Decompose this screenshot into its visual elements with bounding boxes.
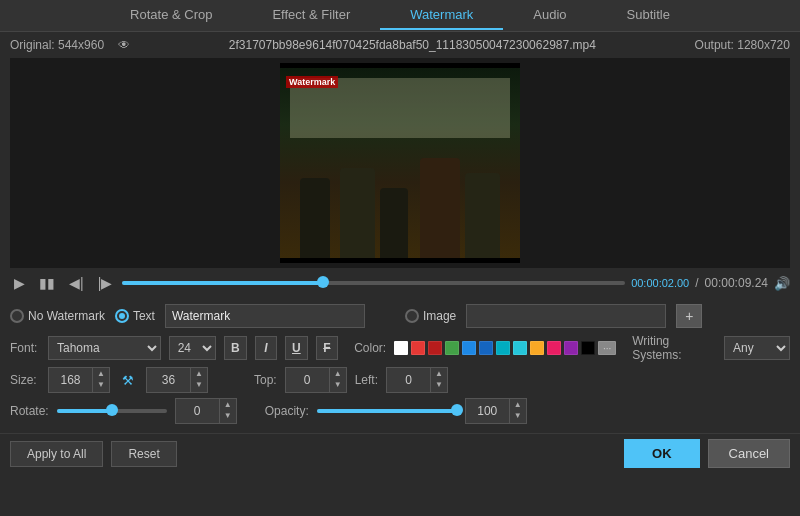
left-input-group: ▲ ▼ [386, 367, 448, 393]
rotate-slider-fill [57, 409, 112, 413]
opacity-label: Opacity: [265, 404, 309, 418]
swatch-cyan[interactable] [496, 341, 510, 355]
no-watermark-radio[interactable] [10, 309, 24, 323]
left-down[interactable]: ▼ [431, 379, 447, 390]
font-size-select[interactable]: 24 [169, 336, 216, 360]
rotate-up[interactable]: ▲ [220, 399, 236, 410]
watermark-text-input[interactable] [165, 304, 365, 328]
stop-button[interactable]: ▮▮ [35, 273, 59, 293]
timeline-track[interactable] [122, 281, 625, 285]
top-spinner: ▲ ▼ [330, 368, 346, 392]
width-down[interactable]: ▼ [93, 379, 109, 390]
volume-icon[interactable]: 🔊 [774, 276, 790, 291]
link-icon[interactable]: ⚒ [118, 373, 138, 388]
watermark-image-input[interactable] [466, 304, 666, 328]
reset-button[interactable]: Reset [111, 441, 176, 467]
cancel-button[interactable]: Cancel [708, 439, 790, 468]
font-family-select[interactable]: Tahoma [48, 336, 161, 360]
bold-button[interactable]: B [224, 336, 247, 360]
left-input[interactable] [387, 368, 431, 392]
next-frame-button[interactable]: |▶ [94, 273, 117, 293]
rotate-row: Rotate: ▲ ▼ Opacity: ▲ ▼ [10, 398, 790, 424]
writing-systems-label: Writing Systems: [632, 334, 716, 362]
tab-subtitle[interactable]: Subtitle [597, 1, 700, 30]
swatch-red1[interactable] [411, 341, 425, 355]
width-input-group: ▲ ▼ [48, 367, 110, 393]
underline-button[interactable]: U [285, 336, 308, 360]
add-image-button[interactable]: + [676, 304, 702, 328]
swatch-yellow[interactable] [530, 341, 544, 355]
top-up[interactable]: ▲ [330, 368, 346, 379]
rotate-down[interactable]: ▼ [220, 410, 236, 421]
swatch-green[interactable] [445, 341, 459, 355]
height-input[interactable] [147, 368, 191, 392]
prev-frame-button[interactable]: ◀| [65, 273, 88, 293]
ok-button[interactable]: OK [624, 439, 700, 468]
left-spinner: ▲ ▼ [431, 368, 447, 392]
tab-bar: Rotate & Crop Effect & Filter Watermark … [0, 0, 800, 32]
swatch-purple[interactable] [564, 341, 578, 355]
opacity-down[interactable]: ▼ [510, 410, 526, 421]
top-input[interactable] [286, 368, 330, 392]
swatch-more[interactable]: ··· [598, 341, 616, 355]
watermark-section: No Watermark Text Image + Font: Tahoma 2… [0, 298, 800, 433]
swatch-white[interactable] [394, 341, 408, 355]
opacity-input-group: ▲ ▼ [465, 398, 527, 424]
width-up[interactable]: ▲ [93, 368, 109, 379]
opacity-input[interactable] [466, 399, 510, 423]
tab-rotate[interactable]: Rotate & Crop [100, 1, 242, 30]
no-watermark-option[interactable]: No Watermark [10, 309, 105, 323]
height-down[interactable]: ▼ [191, 379, 207, 390]
color-swatches: ··· [394, 341, 616, 355]
play-button[interactable]: ▶ [10, 273, 29, 293]
font-row: Font: Tahoma 24 B I U F Color: ··· Writi… [10, 334, 790, 362]
color-label: Color: [354, 341, 386, 355]
watermark-type-row: No Watermark Text Image + [10, 304, 790, 328]
tab-watermark[interactable]: Watermark [380, 1, 503, 30]
video-frame: Watermark [280, 63, 520, 263]
filename: 2f31707bb98e9614f070425fda8baf50_1118305… [229, 38, 596, 52]
tab-effect[interactable]: Effect & Filter [242, 1, 380, 30]
opacity-spinner: ▲ ▼ [510, 399, 526, 423]
opacity-slider[interactable] [317, 409, 457, 413]
image-watermark-radio[interactable] [405, 309, 419, 323]
top-input-group: ▲ ▼ [285, 367, 347, 393]
timeline-bar: ▶ ▮▮ ◀| |▶ 00:00:02.00 / 00:00:09.24 🔊 [0, 268, 800, 298]
opacity-up[interactable]: ▲ [510, 399, 526, 410]
watermark-overlay: Watermark [286, 76, 338, 88]
swatch-dark-blue[interactable] [479, 341, 493, 355]
rotate-spinner: ▲ ▼ [220, 399, 236, 423]
swatch-black[interactable] [581, 341, 595, 355]
no-watermark-label: No Watermark [28, 309, 105, 323]
writing-systems-select[interactable]: Any [724, 336, 790, 360]
text-watermark-option[interactable]: Text [115, 309, 155, 323]
rotate-input-group: ▲ ▼ [175, 398, 237, 424]
rotate-slider[interactable] [57, 409, 167, 413]
output-size: Output: 1280x720 [695, 38, 790, 52]
confirm-buttons: OK Cancel [624, 439, 790, 468]
swatch-blue[interactable] [462, 341, 476, 355]
left-up[interactable]: ▲ [431, 368, 447, 379]
eye-icon[interactable]: 👁 [118, 38, 130, 52]
rotate-input[interactable] [176, 399, 220, 423]
rotate-label: Rotate: [10, 404, 49, 418]
time-total: 00:00:09.24 [705, 276, 768, 290]
tab-audio[interactable]: Audio [503, 1, 596, 30]
height-input-group: ▲ ▼ [146, 367, 208, 393]
video-container: Watermark [10, 58, 790, 268]
text-watermark-label: Text [133, 309, 155, 323]
top-down[interactable]: ▼ [330, 379, 346, 390]
italic-button[interactable]: I [255, 336, 278, 360]
height-up[interactable]: ▲ [191, 368, 207, 379]
swatch-teal[interactable] [513, 341, 527, 355]
text-watermark-radio[interactable] [115, 309, 129, 323]
image-watermark-option[interactable]: Image [405, 309, 456, 323]
width-input[interactable] [49, 368, 93, 392]
original-size: Original: 544x960 [10, 38, 104, 52]
rotate-slider-thumb [106, 404, 118, 416]
swatch-pink[interactable] [547, 341, 561, 355]
opacity-slider-fill [317, 409, 457, 413]
apply-all-button[interactable]: Apply to All [10, 441, 103, 467]
strikethrough-button[interactable]: F [316, 336, 339, 360]
swatch-red2[interactable] [428, 341, 442, 355]
